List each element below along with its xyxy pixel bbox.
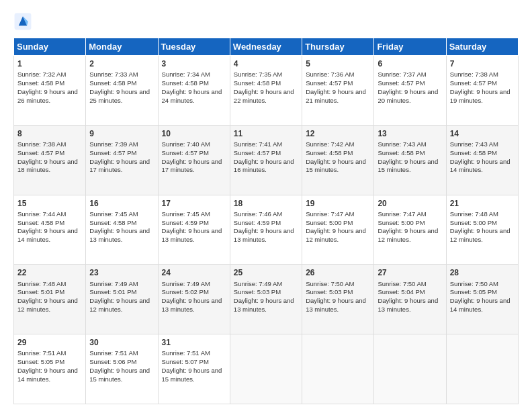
daylight-text: Daylight: 9 hours and 13 minutes. <box>234 297 294 313</box>
day-number: 10 <box>162 128 226 139</box>
day-number: 8 <box>17 128 82 139</box>
calendar-cell: 7Sunrise: 7:38 AMSunset: 4:57 PMDaylight… <box>446 56 518 126</box>
daylight-text: Daylight: 9 hours and 17 minutes. <box>89 158 150 174</box>
sunset-text: Sunset: 5:04 PM <box>378 288 425 295</box>
daylight-text: Daylight: 9 hours and 24 minutes. <box>162 88 222 104</box>
calendar-cell: 16Sunrise: 7:45 AMSunset: 4:58 PMDayligh… <box>86 195 158 265</box>
calendar-cell: 22Sunrise: 7:48 AMSunset: 5:01 PMDayligh… <box>14 265 86 334</box>
calendar-cell: 26Sunrise: 7:50 AMSunset: 5:03 PMDayligh… <box>302 265 374 334</box>
sunset-text: Sunset: 4:57 PM <box>450 79 497 87</box>
day-number: 28 <box>450 267 515 278</box>
day-number: 12 <box>306 128 370 139</box>
sunrise-text: Sunrise: 7:49 AM <box>234 280 282 287</box>
day-number: 17 <box>162 198 226 209</box>
sunset-text: Sunset: 5:05 PM <box>450 288 497 295</box>
sunrise-text: Sunrise: 7:46 AM <box>234 210 282 218</box>
calendar-cell: 23Sunrise: 7:49 AMSunset: 5:01 PMDayligh… <box>86 265 158 334</box>
daylight-text: Daylight: 9 hours and 13 minutes. <box>306 297 366 313</box>
day-number: 4 <box>234 58 298 69</box>
calendar-cell: 29Sunrise: 7:51 AMSunset: 5:05 PMDayligh… <box>14 334 86 404</box>
sunset-text: Sunset: 4:58 PM <box>378 149 425 156</box>
sunset-text: Sunset: 4:58 PM <box>89 79 136 87</box>
sunset-text: Sunset: 5:03 PM <box>306 288 353 295</box>
day-number: 30 <box>89 337 154 348</box>
calendar-cell: 3Sunrise: 7:34 AMSunset: 4:58 PMDaylight… <box>158 56 230 126</box>
day-number: 6 <box>378 58 442 69</box>
calendar-cell: 12Sunrise: 7:42 AMSunset: 4:58 PMDayligh… <box>302 125 374 195</box>
sunrise-text: Sunrise: 7:49 AM <box>162 280 210 287</box>
day-number: 24 <box>162 267 226 278</box>
day-number: 27 <box>378 267 442 278</box>
daylight-text: Daylight: 9 hours and 16 minutes. <box>234 158 294 174</box>
sunrise-text: Sunrise: 7:42 AM <box>306 140 354 148</box>
sunrise-text: Sunrise: 7:50 AM <box>306 280 354 287</box>
daylight-text: Daylight: 9 hours and 25 minutes. <box>89 88 150 104</box>
daylight-text: Daylight: 9 hours and 13 minutes. <box>234 227 294 243</box>
day-number: 19 <box>306 198 370 209</box>
week-row-3: 15Sunrise: 7:44 AMSunset: 4:58 PMDayligh… <box>14 195 519 265</box>
sunset-text: Sunset: 4:58 PM <box>306 149 353 156</box>
daylight-text: Daylight: 9 hours and 13 minutes. <box>162 297 222 313</box>
sunrise-text: Sunrise: 7:43 AM <box>378 140 426 148</box>
daylight-text: Daylight: 9 hours and 20 minutes. <box>378 88 438 104</box>
calendar-cell: 5Sunrise: 7:36 AMSunset: 4:57 PMDaylight… <box>302 56 374 126</box>
day-number: 23 <box>89 267 154 278</box>
day-number: 2 <box>89 58 154 69</box>
sunset-text: Sunset: 4:58 PM <box>450 149 497 156</box>
sunrise-text: Sunrise: 7:41 AM <box>234 140 282 148</box>
day-number: 29 <box>17 337 82 348</box>
daylight-text: Daylight: 9 hours and 13 minutes. <box>378 297 438 313</box>
daylight-text: Daylight: 9 hours and 12 minutes. <box>306 227 366 243</box>
sunset-text: Sunset: 5:02 PM <box>162 288 209 295</box>
page-header <box>13 12 519 31</box>
calendar-cell: 1Sunrise: 7:32 AMSunset: 4:58 PMDaylight… <box>14 56 86 126</box>
week-row-1: 1Sunrise: 7:32 AMSunset: 4:58 PMDaylight… <box>14 56 519 126</box>
sunset-text: Sunset: 4:58 PM <box>234 79 281 87</box>
calendar-cell <box>302 334 374 404</box>
col-header-sunday: Sunday <box>14 38 86 56</box>
sunrise-text: Sunrise: 7:39 AM <box>89 140 138 148</box>
sunset-text: Sunset: 4:57 PM <box>234 149 281 156</box>
daylight-text: Daylight: 9 hours and 22 minutes. <box>234 88 294 104</box>
logo <box>13 12 36 31</box>
calendar-cell: 15Sunrise: 7:44 AMSunset: 4:58 PMDayligh… <box>14 195 86 265</box>
day-number: 26 <box>306 267 370 278</box>
calendar-cell <box>374 334 446 404</box>
calendar-cell: 11Sunrise: 7:41 AMSunset: 4:57 PMDayligh… <box>230 125 302 195</box>
week-row-2: 8Sunrise: 7:38 AMSunset: 4:57 PMDaylight… <box>14 125 519 195</box>
daylight-text: Daylight: 9 hours and 21 minutes. <box>306 88 366 104</box>
sunrise-text: Sunrise: 7:38 AM <box>450 71 498 78</box>
day-number: 20 <box>378 198 442 209</box>
sunset-text: Sunset: 5:05 PM <box>17 358 64 365</box>
sunrise-text: Sunrise: 7:45 AM <box>89 210 138 218</box>
sunrise-text: Sunrise: 7:47 AM <box>306 210 354 218</box>
sunset-text: Sunset: 4:57 PM <box>306 79 353 87</box>
col-header-wednesday: Wednesday <box>230 38 302 56</box>
daylight-text: Daylight: 9 hours and 15 minutes. <box>162 367 222 383</box>
daylight-text: Daylight: 9 hours and 15 minutes. <box>306 158 366 174</box>
sunset-text: Sunset: 5:01 PM <box>89 288 136 295</box>
sunset-text: Sunset: 5:07 PM <box>162 358 209 365</box>
sunrise-text: Sunrise: 7:51 AM <box>89 349 138 357</box>
calendar-cell: 27Sunrise: 7:50 AMSunset: 5:04 PMDayligh… <box>374 265 446 334</box>
col-header-tuesday: Tuesday <box>158 38 230 56</box>
sunrise-text: Sunrise: 7:44 AM <box>17 210 66 218</box>
sunset-text: Sunset: 5:03 PM <box>234 288 281 295</box>
daylight-text: Daylight: 9 hours and 13 minutes. <box>162 227 222 243</box>
calendar-cell <box>230 334 302 404</box>
sunrise-text: Sunrise: 7:47 AM <box>378 210 426 218</box>
daylight-text: Daylight: 9 hours and 14 minutes. <box>450 297 511 313</box>
calendar-cell: 19Sunrise: 7:47 AMSunset: 5:00 PMDayligh… <box>302 195 374 265</box>
sunset-text: Sunset: 4:57 PM <box>89 149 136 156</box>
calendar-cell: 25Sunrise: 7:49 AMSunset: 5:03 PMDayligh… <box>230 265 302 334</box>
day-number: 16 <box>89 198 154 209</box>
calendar-cell: 21Sunrise: 7:48 AMSunset: 5:00 PMDayligh… <box>446 195 518 265</box>
sunrise-text: Sunrise: 7:43 AM <box>450 140 498 148</box>
calendar-table: SundayMondayTuesdayWednesdayThursdayFrid… <box>13 38 519 404</box>
calendar-cell <box>446 334 518 404</box>
daylight-text: Daylight: 9 hours and 12 minutes. <box>17 297 78 313</box>
calendar-cell: 6Sunrise: 7:37 AMSunset: 4:57 PMDaylight… <box>374 56 446 126</box>
week-row-4: 22Sunrise: 7:48 AMSunset: 5:01 PMDayligh… <box>14 265 519 334</box>
calendar-cell: 8Sunrise: 7:38 AMSunset: 4:57 PMDaylight… <box>14 125 86 195</box>
sunset-text: Sunset: 4:57 PM <box>17 149 64 156</box>
